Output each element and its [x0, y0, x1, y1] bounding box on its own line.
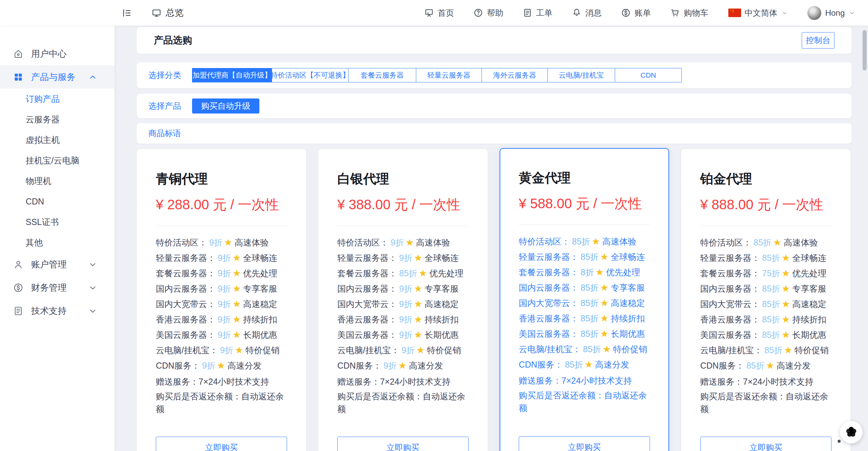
- product-panel: 选择产品 购买自动升级: [137, 94, 852, 118]
- feature-label: 香港云服务器：: [519, 313, 579, 324]
- sidebar-subitem-vps-cloud-pc[interactable]: 挂机宝/云电脑: [0, 150, 114, 171]
- feature-label: 云电脑/挂机宝：: [156, 345, 218, 356]
- category-tab-2[interactable]: 套餐云服务器: [348, 68, 416, 82]
- buy-upgrade-button[interactable]: 购买自动升级: [192, 98, 259, 114]
- feature-note: 特价促销: [613, 344, 647, 355]
- star-icon: ★: [773, 237, 781, 248]
- star-icon: ★: [233, 330, 241, 340]
- divider: [337, 226, 469, 226]
- cart-icon: [670, 8, 680, 18]
- star-icon: ★: [419, 268, 427, 279]
- product-card-gold: 黄金代理¥ 588.00 元 / 一次性特价活动区：85折★高速体验轻量云服务器…: [500, 148, 669, 451]
- feature-discount: 9折: [218, 252, 231, 264]
- sidebar-subitem-ssl-cert[interactable]: SSL证书: [0, 212, 114, 232]
- topbar-item-help[interactable]: 帮助: [473, 8, 503, 18]
- star-icon: ★: [782, 314, 790, 325]
- scrollbar-thumb[interactable]: [863, 30, 867, 70]
- topbar-item-ticket[interactable]: 工单: [523, 8, 553, 18]
- feature-note: 特价促销: [427, 345, 461, 356]
- feature-note: 持续折扣: [611, 313, 645, 324]
- main-content: 产品选购 控制台 选择分类 加盟代理商【自动升级】特价活动区【不可退换】套餐云服…: [114, 26, 868, 451]
- feature-note: 长期优惠: [243, 329, 277, 341]
- sidebar-subitem-physical-server[interactable]: 物理机: [0, 171, 114, 191]
- category-tabs: 加盟代理商【自动升级】特价活动区【不可退换】套餐云服务器轻量云服务器海外云服务器…: [192, 68, 682, 82]
- topbar-item-bill[interactable]: 账单: [621, 8, 651, 18]
- topbar-item-message[interactable]: 消息: [572, 8, 602, 18]
- feature-extra: 购买后是否返还余额：自动返还余额: [337, 390, 469, 415]
- feature-label: 套餐云服务器：: [337, 268, 397, 279]
- buy-now-button[interactable]: 立即购买: [156, 437, 287, 451]
- collapse-sidebar-icon[interactable]: [121, 8, 132, 18]
- feature-label: 国内大宽带云：: [700, 299, 760, 310]
- feature-label: 国内云服务器：: [156, 283, 216, 294]
- category-label: 选择分类: [148, 70, 181, 81]
- feature-note: 优先处理: [429, 268, 463, 279]
- feature-row: 香港云服务器：9折★持续折扣: [337, 312, 469, 327]
- buy-now-button[interactable]: 立即购买: [337, 437, 469, 451]
- feature-note: 高速分发: [409, 360, 443, 371]
- feature-extra: 购买后是否返还余额：自动返还余额: [700, 390, 831, 415]
- sidebar-item-products-services[interactable]: 产品与服务: [0, 65, 114, 89]
- feature-note: 优先处理: [606, 267, 640, 278]
- board-icon: [424, 8, 434, 18]
- user-menu[interactable]: Hong: [807, 5, 856, 21]
- feature-extra: 赠送服务：7×24小时技术支持: [156, 375, 287, 388]
- sidebar-subitem-order-products[interactable]: 订购产品: [0, 89, 114, 109]
- sidebar-subitem-cdn[interactable]: CDN: [0, 191, 114, 212]
- star-icon: ★: [398, 360, 406, 371]
- overview-tab[interactable]: 总览: [151, 7, 184, 19]
- star-icon: ★: [233, 314, 241, 325]
- sidebar-item-account-management[interactable]: 账户管理: [0, 253, 114, 276]
- floating-assistant-button[interactable]: [840, 421, 863, 443]
- sidebar-item-tech-support[interactable]: 技术支持: [0, 299, 114, 322]
- category-tab-0[interactable]: 加盟代理商【自动升级】: [192, 68, 272, 82]
- star-icon: ★: [600, 298, 608, 308]
- star-icon: ★: [224, 237, 232, 248]
- chevron-down-icon: [848, 9, 856, 17]
- feature-discount: 85折: [762, 283, 780, 294]
- feature-discount: 75折: [762, 268, 780, 279]
- buy-now-button[interactable]: 立即购买: [519, 436, 650, 451]
- feature-discount: 9折: [218, 329, 231, 341]
- feature-row: 云电脑/挂机宝：85折★特价促销: [700, 343, 831, 358]
- category-tab-6[interactable]: CDN: [615, 68, 682, 82]
- category-tab-4[interactable]: 海外云服务器: [482, 68, 548, 82]
- feature-discount: 85折: [581, 313, 599, 324]
- category-tab-3[interactable]: 轻量云服务器: [416, 68, 482, 82]
- sidebar-subitem-other[interactable]: 其他: [0, 232, 114, 253]
- feature-discount: 9折: [209, 237, 222, 248]
- feature-row: 套餐云服务器：8折★优先处理: [519, 265, 650, 280]
- feature-row: 美国云服务器：9折★长期优惠: [337, 327, 469, 343]
- topbar-item-home[interactable]: 首页: [424, 8, 454, 18]
- feature-note: 特价促销: [245, 345, 280, 356]
- category-tab-5[interactable]: 云电脑/挂机宝: [547, 68, 615, 82]
- feature-row: 国内大宽带云：9折★高速稳定: [156, 296, 287, 312]
- sidebar-subitem-cloud-server[interactable]: 云服务器: [0, 109, 114, 130]
- buy-now-button[interactable]: 立即购买: [700, 437, 831, 451]
- star-icon: ★: [233, 283, 241, 294]
- feature-note: 高速体验: [234, 237, 269, 248]
- feature-row: 特价活动区：9折★高速体验: [156, 235, 287, 250]
- feature-note: 持续折扣: [424, 314, 459, 325]
- sidebar-item-finance-management[interactable]: 财务管理: [0, 276, 114, 299]
- topbar-item-label: 首页: [438, 8, 454, 18]
- category-tab-1[interactable]: 特价活动区【不可退换】: [272, 68, 349, 82]
- feature-row: 轻量云服务器：85折★全球畅连: [700, 250, 831, 266]
- feature-label: 美国云服务器：: [700, 329, 760, 341]
- sidebar-subitem-virtual-host[interactable]: 虚拟主机: [0, 130, 114, 150]
- feature-discount: 85折: [583, 344, 601, 355]
- star-icon: ★: [414, 283, 422, 294]
- card-title: 黄金代理: [519, 169, 650, 187]
- feature-row: CDN服务：85折★高速分发: [700, 358, 831, 373]
- feature-note: 专享客服: [792, 283, 826, 294]
- sidebar-item-user-center[interactable]: 用户中心: [0, 42, 114, 65]
- console-button[interactable]: 控制台: [802, 32, 835, 49]
- feature-label: CDN服务：: [700, 360, 744, 371]
- topbar-item-cart[interactable]: 购物车: [670, 8, 708, 18]
- feature-note: 专享客服: [243, 283, 277, 294]
- feature-note: 长期优惠: [792, 329, 826, 341]
- feature-discount: 9折: [399, 252, 412, 264]
- feature-label: 轻量云服务器：: [156, 252, 216, 264]
- star-icon: ★: [414, 253, 422, 263]
- language-switcher[interactable]: 中文简体: [728, 8, 788, 18]
